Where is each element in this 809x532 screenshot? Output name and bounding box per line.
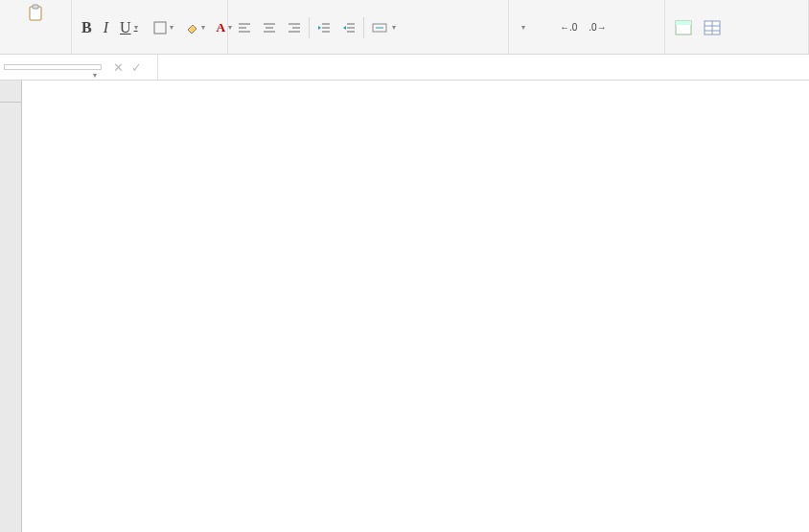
conditional-formatting-button[interactable] bbox=[671, 18, 696, 37]
align-left-button[interactable] bbox=[234, 20, 255, 35]
percent-button[interactable] bbox=[533, 26, 541, 30]
comma-button[interactable] bbox=[544, 26, 552, 30]
cancel-icon[interactable]: ✕ bbox=[113, 60, 124, 75]
format-table-icon bbox=[704, 20, 721, 35]
increase-decimal-button[interactable]: ←.0 bbox=[556, 20, 581, 35]
bold-button[interactable]: B bbox=[78, 17, 96, 38]
group-label-clipboard bbox=[6, 53, 65, 54]
merge-center-button[interactable]: ▾ bbox=[368, 19, 400, 36]
underline-button[interactable]: U▾ bbox=[116, 17, 142, 38]
group-label-styles bbox=[671, 53, 802, 54]
ribbon: B I U▾ ▾ ▾ A▾ ▾ ▾ bbox=[0, 0, 809, 55]
name-box[interactable]: ▾ bbox=[4, 64, 102, 70]
dec-indent-button[interactable] bbox=[313, 20, 335, 35]
border-button[interactable]: ▾ bbox=[150, 19, 177, 36]
align-right-button[interactable] bbox=[284, 20, 305, 35]
paste-button[interactable] bbox=[6, 2, 65, 25]
svg-rect-1 bbox=[33, 5, 38, 9]
chevron-down-icon[interactable]: ▾ bbox=[93, 71, 97, 80]
group-label-alignment bbox=[234, 53, 502, 54]
worksheet[interactable] bbox=[0, 81, 809, 532]
currency-button[interactable]: ▾ bbox=[515, 21, 529, 34]
group-label-font bbox=[78, 53, 221, 54]
row-headers bbox=[0, 81, 22, 532]
formula-bar: ▾ ✕ ✓ bbox=[0, 55, 809, 81]
italic-button[interactable]: I bbox=[100, 17, 112, 38]
clipboard-icon bbox=[26, 4, 45, 23]
fill-color-button[interactable]: ▾ bbox=[181, 19, 209, 36]
svg-rect-5 bbox=[676, 21, 691, 25]
align-center-button[interactable] bbox=[259, 20, 280, 35]
select-all-corner[interactable] bbox=[0, 81, 21, 103]
decrease-decimal-button[interactable]: .0→ bbox=[585, 20, 610, 35]
enter-icon[interactable]: ✓ bbox=[131, 60, 142, 75]
conditional-formatting-icon bbox=[675, 20, 692, 35]
inc-indent-button[interactable] bbox=[338, 20, 359, 35]
formula-input[interactable] bbox=[158, 65, 809, 69]
group-label-number bbox=[515, 53, 659, 54]
format-as-table-button[interactable] bbox=[700, 18, 725, 37]
svg-rect-2 bbox=[154, 22, 166, 34]
